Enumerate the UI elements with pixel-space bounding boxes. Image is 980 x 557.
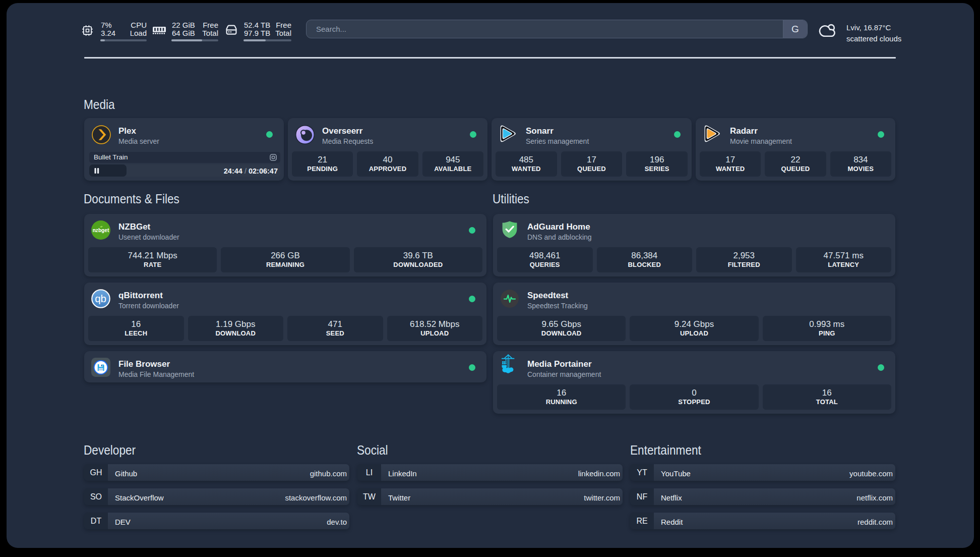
svg-text:qb: qb <box>95 293 106 304</box>
svg-text:nzbget: nzbget <box>93 228 109 233</box>
